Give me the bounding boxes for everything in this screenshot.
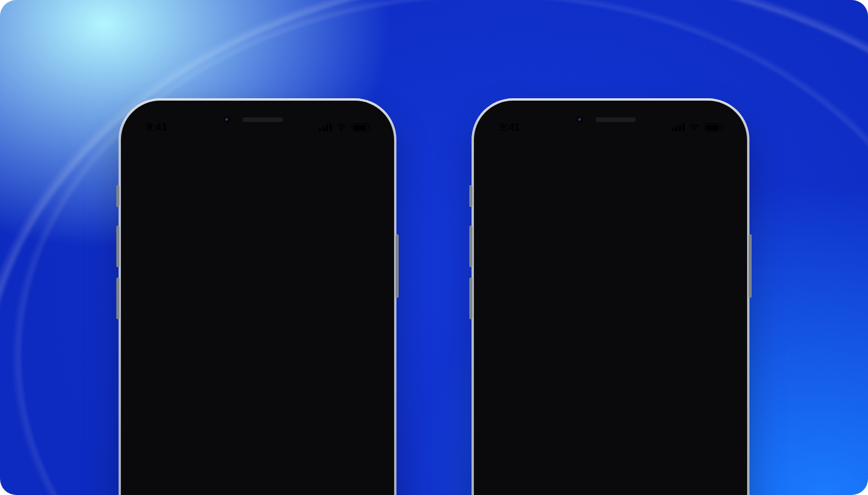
option-label: Move Data from Android — [153, 424, 269, 437]
chevron-right-icon — [359, 390, 365, 403]
side-button-silent — [116, 185, 119, 207]
side-button-vol-down — [469, 278, 472, 319]
restore-progress-fill — [506, 381, 544, 384]
cell-signal-icon — [319, 123, 332, 131]
cell-signal-icon — [672, 123, 685, 131]
restore-options-list: Restore from iCloud Backup Restore from … — [141, 311, 374, 448]
chevron-right-icon — [359, 356, 365, 369]
option-restore-icloud-backup[interactable]: Restore from iCloud Backup — [141, 312, 374, 346]
option-transfer-from-iphone[interactable]: Transfer Directly from iPhone — [141, 380, 374, 414]
status-time: 9:41 — [499, 121, 520, 134]
status-time: 9:41 — [146, 121, 167, 134]
option-label: Restore from Mac or PC — [153, 356, 269, 369]
svg-rect-1 — [234, 169, 281, 216]
wifi-icon — [336, 123, 347, 132]
side-button-vol-up — [469, 226, 472, 267]
restore-progress-bar — [506, 381, 715, 384]
option-label: Transfer Directly from iPhone — [153, 390, 292, 403]
page-title: Restore from iCloud — [497, 184, 724, 206]
chevron-right-icon — [359, 424, 365, 437]
phone-frame-apps-and-data: 9:41 — [119, 98, 396, 495]
side-button-silent — [469, 185, 472, 207]
side-button-power — [749, 234, 752, 298]
battery-icon — [351, 123, 369, 131]
phone-screen-1: 9:41 — [129, 109, 386, 495]
option-restore-mac-or-pc[interactable]: Restore from Mac or PC — [141, 346, 374, 380]
notch — [208, 109, 307, 131]
time-remaining-label: Time remaining: About 20 minutes — [506, 397, 715, 409]
svg-rect-0 — [234, 178, 281, 220]
phone-frame-restore-progress: 9:41 Restore from iCloud Time remaining:… — [472, 98, 749, 495]
svg-rect-2 — [234, 158, 281, 205]
battery-icon — [704, 123, 722, 131]
chevron-right-icon — [359, 322, 365, 335]
page-title: Apps & Data — [141, 234, 374, 258]
page-subtitle: Choose how you want to transfer apps and… — [141, 265, 374, 294]
phone-stage: 9:41 — [0, 0, 868, 495]
option-move-from-android[interactable]: Move Data from Android — [141, 414, 374, 448]
side-button-vol-up — [116, 226, 119, 267]
wifi-icon — [689, 123, 700, 132]
side-button-vol-down — [116, 278, 119, 319]
notch — [561, 109, 660, 131]
phone-screen-2: 9:41 Restore from iCloud Time remaining:… — [482, 109, 739, 495]
apps-data-icon — [226, 157, 289, 220]
side-button-power — [396, 234, 399, 298]
option-label: Restore from iCloud Backup — [153, 322, 287, 335]
